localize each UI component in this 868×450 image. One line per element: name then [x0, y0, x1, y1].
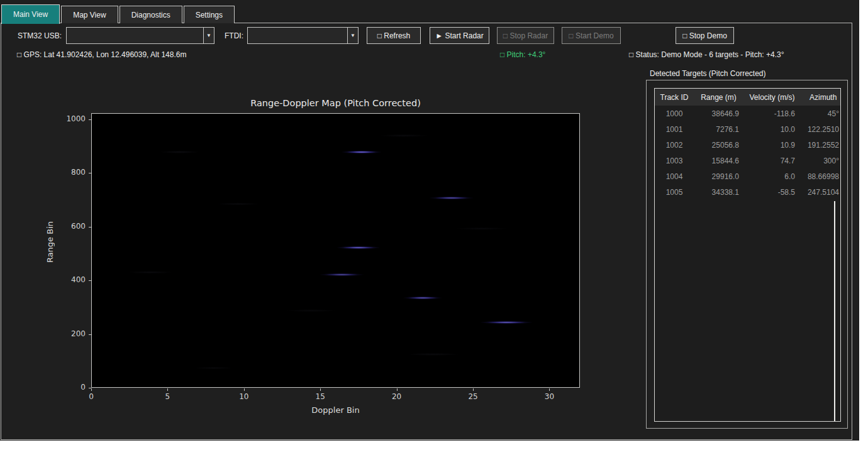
ftdi-port-value [248, 28, 347, 43]
radar-blip [337, 246, 381, 250]
table-cell: 6.0 [743, 172, 801, 181]
pitch-status-text: □ Pitch: +4.3° [500, 50, 545, 59]
table-row[interactable]: 100315844.674.7300° [655, 153, 840, 168]
table-cell: 88.66998 [801, 172, 840, 181]
stm32-usb-label: STM32 USB: [18, 31, 62, 40]
x-tick-label: 10 [231, 392, 257, 401]
x-tick-mark [167, 388, 168, 391]
y-tick-label: 200 [55, 329, 86, 338]
y-tick-label: 400 [55, 275, 86, 284]
x-tick-label: 30 [537, 392, 562, 401]
x-tick-mark [91, 388, 92, 391]
chart-title: Range-Doppler Map (Pitch Corrected) [91, 98, 580, 108]
start-demo-button[interactable]: □ Start Demo [562, 27, 621, 44]
table-cell: -118.6 [743, 109, 801, 118]
targets-table: Track ID Range (m) Velocity (m/s) Azimut… [654, 88, 841, 422]
vertical-scrollbar[interactable] [834, 201, 835, 421]
x-tick-mark [549, 388, 550, 391]
stop-radar-button[interactable]: □ Stop Radar [497, 27, 554, 44]
radar-blip [341, 150, 382, 153]
radar-blip [479, 321, 533, 324]
y-tick-mark [89, 334, 91, 335]
y-tick-label: 1000 [55, 114, 86, 123]
table-row[interactable]: 100534338.1-58.5247.5104 [655, 184, 840, 200]
y-tick-mark [89, 173, 91, 173]
x-tick-label: 0 [79, 392, 104, 401]
chevron-down-icon[interactable]: ▼ [347, 28, 358, 43]
targets-panel-title: Detected Targets (Pitch Corrected) [650, 69, 766, 78]
x-tick-mark [244, 388, 245, 391]
chevron-down-icon[interactable]: ▼ [203, 28, 214, 43]
table-cell: 38646.9 [694, 109, 743, 118]
table-row[interactable]: 100429916.06.088.66998 [655, 168, 840, 184]
table-cell: 15844.6 [694, 156, 743, 165]
column-header-azimuth: Azimuth [801, 93, 840, 102]
y-tick-label: 800 [55, 168, 86, 177]
stop-demo-button[interactable]: □ Stop Demo [676, 27, 734, 44]
refresh-button[interactable]: □ Refresh [367, 27, 421, 44]
table-cell: 1003 [655, 156, 694, 165]
x-tick-label: 5 [155, 392, 180, 401]
y-tick-mark [89, 280, 91, 281]
ftdi-port-select[interactable]: ▼ [247, 27, 359, 44]
stm32-port-select[interactable]: ▼ [66, 27, 214, 44]
y-tick-mark [89, 119, 91, 120]
table-row[interactable]: 100225056.810.9191.2552 [655, 137, 840, 153]
table-row[interactable]: 100038646.9-118.645° [655, 106, 840, 121]
y-axis-label: Range Bin [45, 221, 55, 263]
start-radar-button[interactable]: ► Start Radar [430, 27, 489, 44]
range-doppler-plot [91, 113, 580, 388]
table-cell: 25056.8 [694, 141, 743, 150]
tab-bar: Main View Map View Diagnostics Settings [1, 4, 235, 24]
table-cell: 7276.1 [694, 125, 743, 134]
table-cell: 29916.0 [694, 172, 743, 181]
table-cell: 122.2510 [801, 125, 840, 134]
stm32-port-value [67, 28, 203, 43]
tab-map-view[interactable]: Map View [61, 6, 118, 23]
table-cell: 45° [801, 109, 840, 118]
table-cell: -58.5 [743, 188, 801, 197]
y-tick-mark [89, 388, 91, 388]
gps-status-text: □ GPS: Lat 41.902426, Lon 12.496039, Alt… [17, 50, 186, 59]
radar-blip [428, 197, 474, 200]
y-tick-label: 600 [55, 222, 86, 231]
table-row[interactable]: 10017276.110.0122.2510 [655, 121, 840, 137]
x-tick-label: 15 [308, 392, 333, 401]
table-cell: 10.9 [743, 141, 801, 150]
tab-label: Diagnostics [131, 11, 170, 19]
table-cell: 74.7 [743, 156, 801, 165]
table-cell: 1005 [655, 188, 694, 197]
column-header-velocity: Velocity (m/s) [743, 93, 801, 102]
table-cell: 247.5104 [801, 188, 840, 197]
x-tick-mark [473, 388, 474, 391]
y-tick-label: 0 [55, 383, 86, 392]
tab-label: Map View [73, 11, 106, 19]
ftdi-label: FTDI: [225, 31, 243, 40]
table-cell: 1001 [655, 125, 694, 134]
demo-status-text: □ Status: Demo Mode - 6 targets - Pitch:… [629, 50, 784, 59]
x-axis-label: Doppler Bin [91, 405, 580, 415]
tab-settings[interactable]: Settings [184, 6, 235, 23]
table-cell: 10.0 [743, 125, 801, 134]
column-header-track-id: Track ID [655, 93, 694, 102]
radar-blip [403, 296, 442, 299]
targets-table-body: 100038646.9-118.645°10017276.110.0122.25… [655, 106, 840, 200]
table-cell: 1000 [655, 109, 694, 118]
table-cell: 1004 [655, 172, 694, 181]
tab-label: Main View [13, 10, 48, 19]
table-cell: 191.2552 [801, 141, 840, 150]
x-tick-label: 25 [460, 392, 486, 401]
table-cell: 34338.1 [694, 188, 743, 197]
tab-diagnostics[interactable]: Diagnostics [120, 6, 182, 23]
targets-group-box: Track ID Range (m) Velocity (m/s) Azimut… [646, 80, 848, 429]
tab-main-view[interactable]: Main View [1, 4, 60, 24]
column-header-range: Range (m) [694, 93, 743, 102]
x-tick-mark [397, 388, 398, 391]
x-tick-mark [320, 388, 321, 391]
radar-blip [320, 273, 364, 276]
y-tick-mark [89, 227, 91, 228]
table-cell: 1002 [655, 141, 694, 150]
x-tick-label: 20 [384, 392, 409, 401]
tab-label: Settings [196, 11, 223, 19]
targets-table-header: Track ID Range (m) Velocity (m/s) Azimut… [655, 89, 840, 106]
